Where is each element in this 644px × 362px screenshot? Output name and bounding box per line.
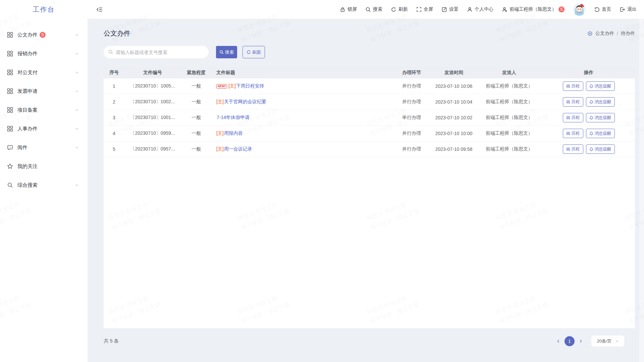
cell-doc-no: 〔20230710〕0957... bbox=[124, 141, 181, 157]
col-header-sender: 发送人 bbox=[476, 67, 542, 78]
sliders-icon bbox=[566, 131, 570, 135]
doc-title-link[interactable]: 7-14年休假申请 bbox=[217, 115, 250, 121]
avatar[interactable] bbox=[573, 3, 586, 16]
notify-label: 消息提醒 bbox=[595, 131, 611, 136]
doc-title-link[interactable]: 关于官网的会议纪要 bbox=[224, 99, 266, 105]
logout-button[interactable]: 退出 bbox=[620, 6, 637, 12]
refresh-page-label: 刷新 bbox=[398, 6, 408, 12]
doc-title-link[interactable]: 周一会议记录 bbox=[224, 146, 252, 152]
search-icon bbox=[219, 50, 224, 54]
table-row: 4 〔20230710〕0959... 一般 [主] 周报内容 并行办理 202… bbox=[104, 126, 635, 141]
current-user-name: 前端工程师（陈思文） bbox=[509, 6, 556, 12]
notify-button[interactable]: 消息提醒 bbox=[586, 81, 615, 91]
page-size-select[interactable]: 20条/页 bbox=[591, 336, 624, 347]
lock-screen-button[interactable]: 锁屏 bbox=[340, 6, 357, 12]
edit-settings-icon bbox=[441, 7, 447, 12]
prev-page-button[interactable] bbox=[554, 336, 563, 346]
sidebar-badge: 5 bbox=[40, 32, 46, 38]
notify-label: 消息提醒 bbox=[595, 83, 611, 89]
scrollbar[interactable] bbox=[639, 19, 644, 362]
chevron-down-icon bbox=[75, 70, 79, 74]
col-header-step: 办理环节 bbox=[391, 67, 432, 78]
next-page-button[interactable] bbox=[576, 336, 585, 346]
history-button[interactable]: 历程 bbox=[563, 129, 583, 138]
sliders-icon bbox=[566, 100, 570, 104]
bell-icon bbox=[589, 147, 593, 151]
cell-title: [主] 关于官网的会议纪要 bbox=[212, 94, 391, 110]
history-button[interactable]: 历程 bbox=[563, 113, 583, 122]
search-icon bbox=[7, 182, 13, 188]
settings-button[interactable]: 设置 bbox=[441, 6, 459, 12]
chevron-down-icon bbox=[75, 33, 79, 37]
search-button[interactable]: 搜索 bbox=[216, 46, 237, 58]
cell-no: 3 bbox=[104, 110, 124, 125]
fullscreen-button[interactable]: 全屏 bbox=[416, 6, 433, 12]
doc-main-tag: [主] bbox=[216, 99, 224, 105]
chevron-down-icon bbox=[75, 52, 79, 56]
doc-title-link[interactable]: 下周日程安排 bbox=[236, 83, 264, 89]
person-icon bbox=[467, 7, 473, 12]
col-header-time: 发送时间 bbox=[432, 67, 476, 78]
sidebar-item-label: 对公支付 bbox=[17, 69, 38, 76]
cell-sender: 前端工程师（陈思文） bbox=[476, 94, 542, 110]
chevron-down-icon bbox=[75, 89, 79, 93]
notify-label: 消息提醒 bbox=[595, 99, 611, 105]
location-pin-icon bbox=[587, 31, 593, 36]
sidebar-item-expense[interactable]: 报销办件 bbox=[0, 44, 88, 63]
breadcrumb-level1[interactable]: 公文办件 bbox=[595, 31, 614, 37]
sidebar-item-label: 发票申请 bbox=[17, 88, 38, 95]
notify-button[interactable]: 消息提醒 bbox=[586, 113, 615, 122]
doc-title-link[interactable]: 周报内容 bbox=[224, 130, 243, 136]
sidebar-item-global-search[interactable]: 综合搜索 bbox=[0, 176, 88, 194]
sidebar-item-reading[interactable]: 阅件 bbox=[0, 138, 88, 157]
cell-no: 5 bbox=[104, 141, 124, 157]
grid-icon bbox=[7, 88, 13, 94]
notify-button[interactable]: 消息提醒 bbox=[586, 97, 615, 107]
cell-step: 并行办理 bbox=[391, 141, 432, 157]
cell-sender: 前端工程师（陈思文） bbox=[476, 110, 542, 125]
refresh-list-button[interactable]: 刷新 bbox=[243, 46, 265, 58]
sidebar: 工作台 公文办件 5 报销办件 对公支付 bbox=[0, 0, 88, 362]
history-button[interactable]: 历程 bbox=[563, 81, 583, 91]
cell-urgency: 一般 bbox=[181, 78, 212, 94]
sliders-icon bbox=[566, 116, 570, 120]
sidebar-item-corporate-payment[interactable]: 对公支付 bbox=[0, 63, 88, 82]
history-label: 历程 bbox=[572, 99, 580, 105]
table-row: 5 〔20230710〕0957... 一般 [主] 周一会议记录 并行办理 2… bbox=[104, 141, 635, 157]
sidebar-item-official-docs[interactable]: 公文办件 5 bbox=[0, 25, 88, 44]
history-button[interactable]: 历程 bbox=[563, 97, 583, 107]
profile-center-button[interactable]: 个人中心 bbox=[467, 6, 493, 12]
col-header-doc-no: 文件编号 bbox=[124, 67, 181, 78]
notify-button[interactable]: 消息提醒 bbox=[586, 129, 615, 138]
sliders-icon bbox=[566, 147, 570, 151]
search-icon bbox=[108, 49, 113, 55]
page-number-button[interactable]: 1 bbox=[565, 336, 575, 346]
sidebar-item-label: 综合搜索 bbox=[17, 182, 38, 188]
sidebar-item-project-filing[interactable]: 项目备案 bbox=[0, 101, 88, 119]
cell-urgency: 一般 bbox=[181, 110, 212, 125]
global-search-button[interactable]: 搜索 bbox=[365, 6, 382, 12]
topbar: 锁屏 搜索 刷新 全屏 设置 bbox=[88, 0, 644, 19]
col-header-urgency: 紧急程度 bbox=[181, 67, 212, 78]
page-title: 公文办件 bbox=[104, 29, 130, 38]
cell-doc-no: 〔20230710〕1002... bbox=[124, 94, 181, 110]
total-count: 共 5 条 bbox=[104, 338, 119, 344]
history-button[interactable]: 历程 bbox=[563, 144, 583, 154]
home-button[interactable]: 首页 bbox=[594, 6, 611, 12]
sidebar-item-favorites[interactable]: 我的关注 bbox=[0, 157, 88, 176]
back-home-icon bbox=[594, 7, 600, 12]
current-user-button[interactable]: 前端工程师（陈思文） 5 bbox=[502, 6, 565, 12]
collapse-sidebar-button[interactable] bbox=[96, 6, 103, 13]
sidebar-item-invoice[interactable]: 发票申请 bbox=[0, 82, 88, 101]
sidebar-item-label: 公文办件 bbox=[17, 32, 38, 38]
lock-screen-label: 锁屏 bbox=[347, 6, 357, 12]
doc-main-tag: [主] bbox=[216, 130, 224, 136]
page-size-value: 20条/页 bbox=[597, 338, 611, 344]
sidebar-item-hr[interactable]: 人事办件 bbox=[0, 119, 88, 138]
refresh-page-button[interactable]: 刷新 bbox=[391, 6, 408, 12]
sidebar-menu: 公文办件 5 报销办件 对公支付 bbox=[0, 19, 88, 194]
grid-icon bbox=[7, 126, 13, 132]
search-input[interactable] bbox=[104, 46, 209, 58]
sidebar-item-label: 报销办件 bbox=[17, 51, 38, 57]
notify-button[interactable]: 消息提醒 bbox=[586, 144, 615, 154]
